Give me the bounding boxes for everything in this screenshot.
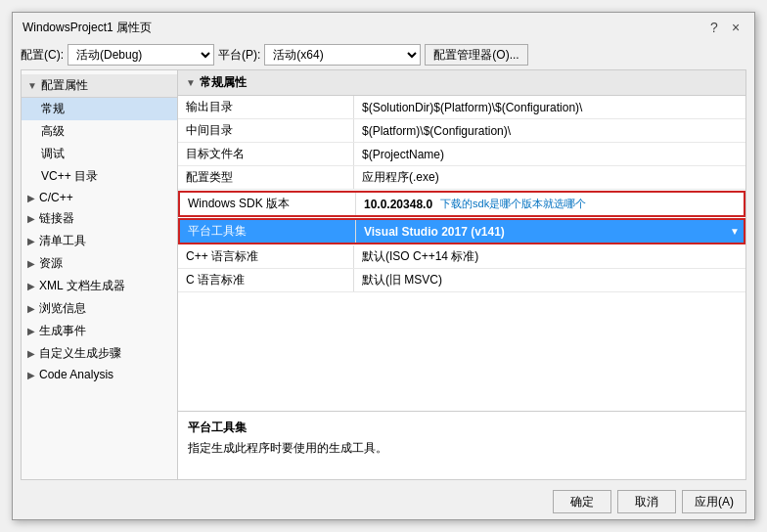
row-config-type[interactable]: 配置类型 应用程序(.exe) xyxy=(178,166,745,190)
section-label: 配置属性 xyxy=(41,77,88,94)
platform-toolset-value: Visual Studio 2017 (v141) xyxy=(364,225,505,239)
linker-arrow: ▶ xyxy=(27,213,35,224)
config-select[interactable]: 活动(Debug) xyxy=(68,44,214,66)
build-events-arrow: ▶ xyxy=(27,326,35,336)
xml-label: XML 文档生成器 xyxy=(39,278,125,294)
key-output-dir: 输出目录 xyxy=(178,96,354,118)
dropdown-arrow-icon: ▼ xyxy=(730,226,740,237)
resources-label: 资源 xyxy=(39,255,63,272)
props-header-label: 常规属性 xyxy=(200,74,247,91)
sidebar-item-linker[interactable]: ▶ 链接器 xyxy=(22,207,177,230)
custom-build-label: 自定义生成步骤 xyxy=(39,345,121,362)
main-content: ▼ 配置属性 常规 高级 调试 VC++ 目录 ▶ C/C++ ▶ 链接器 ▶ … xyxy=(21,69,746,480)
row-cpp-standard[interactable]: C++ 语言标准 默认(ISO C++14 标准) xyxy=(178,245,745,269)
sidebar-item-build-events[interactable]: ▶ 生成事件 xyxy=(22,320,177,342)
custom-build-arrow: ▶ xyxy=(27,348,35,359)
apply-button[interactable]: 应用(A) xyxy=(682,490,746,513)
sidebar-item-code-analysis[interactable]: ▶ Code Analysis xyxy=(22,365,177,384)
build-events-label: 生成事件 xyxy=(39,323,86,339)
row-platform-toolset[interactable]: 平台工具集 Visual Studio 2017 (v141) ▼ xyxy=(178,218,745,244)
bottom-bar: 确定 取消 应用(A) xyxy=(13,484,754,519)
platform-label: 平台(P): xyxy=(218,47,260,64)
value-cpp-standard: 默认(ISO C++14 标准) xyxy=(354,245,745,268)
close-button[interactable]: × xyxy=(727,19,744,36)
info-panel: 平台工具集 指定生成此程序时要使用的生成工具。 xyxy=(178,411,745,479)
value-platform-toolset[interactable]: Visual Studio 2017 (v141) ▼ xyxy=(356,220,744,243)
linker-label: 链接器 xyxy=(39,210,74,227)
info-title: 平台工具集 xyxy=(188,420,736,436)
value-int-dir: $(Platform)\$(Configuration)\ xyxy=(354,119,745,142)
code-analysis-label: Code Analysis xyxy=(39,368,113,381)
row-target-name[interactable]: 目标文件名 $(ProjectName) xyxy=(178,143,745,166)
key-c-standard: C 语言标准 xyxy=(178,269,354,291)
key-config-type: 配置类型 xyxy=(178,166,354,189)
right-panel: ▼ 常规属性 输出目录 $(SolutionDir)$(Platform)\$(… xyxy=(178,70,745,479)
browse-label: 浏览信息 xyxy=(39,300,86,317)
code-analysis-arrow: ▶ xyxy=(27,370,35,380)
help-button[interactable]: ? xyxy=(705,19,723,36)
sidebar-item-general[interactable]: 常规 xyxy=(22,98,177,120)
config-manager-button[interactable]: 配置管理器(O)... xyxy=(425,44,527,66)
title-bar: WindowsProject1 属性页 ? × xyxy=(13,13,754,40)
key-platform-toolset: 平台工具集 xyxy=(180,220,356,243)
row-sdk-version[interactable]: Windows SDK 版本 10.0.20348.0 下载的sdk是哪个版本就… xyxy=(178,191,745,217)
props-arrow: ▼ xyxy=(186,77,196,88)
value-c-standard: 默认(旧 MSVC) xyxy=(354,269,745,291)
key-sdk-version: Windows SDK 版本 xyxy=(180,193,356,215)
cpp-arrow: ▶ xyxy=(27,193,35,203)
value-sdk-version: 10.0.20348.0 下载的sdk是哪个版本就选哪个 xyxy=(356,193,744,215)
tree-section-header[interactable]: ▼ 配置属性 xyxy=(22,74,177,98)
toolbar: 配置(C): 活动(Debug) 平台(P): 活动(x64) 配置管理器(O)… xyxy=(13,40,754,69)
left-panel: ▼ 配置属性 常规 高级 调试 VC++ 目录 ▶ C/C++ ▶ 链接器 ▶ … xyxy=(22,70,178,479)
dialog-title: WindowsProject1 属性页 xyxy=(23,20,152,36)
property-dialog: WindowsProject1 属性页 ? × 配置(C): 活动(Debug)… xyxy=(12,12,755,520)
properties-table: ▼ 常规属性 输出目录 $(SolutionDir)$(Platform)\$(… xyxy=(178,70,745,411)
sdk-annotation: 下载的sdk是哪个版本就选哪个 xyxy=(440,197,586,211)
sidebar-item-cpp[interactable]: ▶ C/C++ xyxy=(22,188,177,207)
sidebar-item-custom-build[interactable]: ▶ 自定义生成步骤 xyxy=(22,342,177,365)
sidebar-item-browse[interactable]: ▶ 浏览信息 xyxy=(22,297,177,320)
manifest-label: 清单工具 xyxy=(39,233,86,249)
xml-arrow: ▶ xyxy=(27,281,35,291)
platform-select[interactable]: 活动(x64) xyxy=(264,44,421,66)
key-cpp-standard: C++ 语言标准 xyxy=(178,245,354,268)
sdk-version-value: 10.0.20348.0 xyxy=(364,198,432,211)
title-bar-buttons: ? × xyxy=(705,19,744,36)
sidebar-item-vcpp[interactable]: VC++ 目录 xyxy=(22,165,177,188)
value-target-name: $(ProjectName) xyxy=(354,143,745,165)
sidebar-item-xml[interactable]: ▶ XML 文档生成器 xyxy=(22,275,177,297)
sidebar-item-manifest[interactable]: ▶ 清单工具 xyxy=(22,230,177,252)
sidebar-item-resources[interactable]: ▶ 资源 xyxy=(22,252,177,275)
key-int-dir: 中间目录 xyxy=(178,119,354,142)
config-label: 配置(C): xyxy=(21,47,64,64)
value-config-type: 应用程序(.exe) xyxy=(354,166,745,189)
props-section-header: ▼ 常规属性 xyxy=(178,70,745,96)
cancel-button[interactable]: 取消 xyxy=(617,490,676,513)
manifest-arrow: ▶ xyxy=(27,236,35,246)
key-target-name: 目标文件名 xyxy=(178,143,354,165)
row-c-standard[interactable]: C 语言标准 默认(旧 MSVC) xyxy=(178,269,745,292)
value-output-dir: $(SolutionDir)$(Platform)\$(Configuratio… xyxy=(354,96,745,118)
resources-arrow: ▶ xyxy=(27,258,35,269)
ok-button[interactable]: 确定 xyxy=(553,490,611,513)
section-arrow: ▼ xyxy=(27,80,37,91)
sidebar-item-debug[interactable]: 调试 xyxy=(22,143,177,165)
row-int-dir[interactable]: 中间目录 $(Platform)\$(Configuration)\ xyxy=(178,119,745,143)
cpp-label: C/C++ xyxy=(39,191,73,204)
browse-arrow: ▶ xyxy=(27,303,35,314)
sidebar-item-advanced[interactable]: 高级 xyxy=(22,120,177,143)
info-description: 指定生成此程序时要使用的生成工具。 xyxy=(188,440,736,457)
row-output-dir[interactable]: 输出目录 $(SolutionDir)$(Platform)\$(Configu… xyxy=(178,96,745,119)
